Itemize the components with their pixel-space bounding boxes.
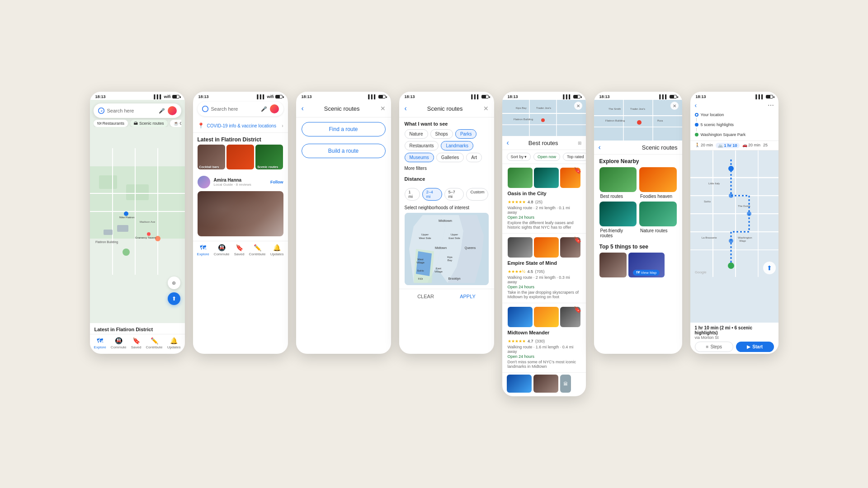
clear-button[interactable]: CLEAR: [417, 294, 434, 299]
steps-button[interactable]: ≡ Steps: [695, 342, 734, 352]
route-desc-1: Explore the different leafy oases and hi…: [508, 221, 580, 230]
explore-icon: 🗺: [97, 337, 103, 344]
back-button-4[interactable]: ‹: [405, 104, 407, 113]
chip-coffee[interactable]: ☕ Coffee: [170, 120, 181, 127]
navigate-fab[interactable]: ⬆: [168, 292, 180, 305]
chip-art[interactable]: Art: [466, 153, 482, 162]
chip-scenic[interactable]: 🏔 Scenic routes: [130, 120, 168, 127]
chip-parks[interactable]: Parks: [455, 129, 477, 139]
nav-saved-2[interactable]: 🔖 Saved: [234, 244, 245, 256]
time-1: 18:13: [95, 94, 106, 99]
svg-point-76: [728, 263, 734, 269]
nav-commute[interactable]: 🚇 Commute: [111, 337, 127, 349]
svg-point-74: [747, 211, 751, 216]
nav-explore[interactable]: 🗺 Explore: [94, 337, 106, 349]
wifi-icon-1: wifi: [164, 94, 171, 99]
nav-contribute-2[interactable]: ✏️ Contribute: [249, 244, 266, 256]
covid-banner[interactable]: 📍 COVID-19 info & vaccine locations ›: [193, 119, 288, 133]
save-icon-2[interactable]: 🔖: [574, 236, 581, 244]
nearby-card-foodies[interactable]: Foodies heaven: [639, 167, 677, 199]
neighborhood-map[interactable]: Midtown Upper West Side Upper East Side …: [405, 213, 489, 285]
status-icons-6: ▌▌▌: [659, 94, 676, 99]
location-button[interactable]: ⊕: [168, 277, 180, 289]
nav-contribute[interactable]: ✏️ Contribute: [146, 337, 163, 349]
more-button[interactable]: ⋯: [768, 102, 774, 109]
google-logo: [98, 108, 104, 114]
nearby-card-nature[interactable]: Nature routes: [639, 202, 677, 238]
more-filters-label[interactable]: More filters: [399, 164, 494, 173]
save-icon-1[interactable]: 🔖: [574, 167, 581, 174]
dist-custom[interactable]: Custom: [466, 188, 488, 201]
close-button-3[interactable]: ✕: [380, 105, 386, 112]
back-button-5[interactable]: ‹: [507, 139, 509, 147]
chip-restaurants-f[interactable]: Restaurants: [405, 141, 439, 150]
rating-3: 4.7: [528, 339, 533, 343]
avatar-2[interactable]: [270, 104, 279, 113]
start-button[interactable]: ▶ Start: [736, 342, 774, 352]
nav-header: ‹ ⋯: [690, 100, 778, 109]
bike-time[interactable]: 🚲 1 hr 10: [716, 143, 740, 148]
close-button-4[interactable]: ✕: [483, 105, 489, 112]
nearby-card-best[interactable]: Best routes: [599, 167, 637, 199]
nav-updates[interactable]: 🔔 Updates: [167, 337, 181, 349]
back-button-6[interactable]: ‹: [599, 143, 601, 151]
avatar-1[interactable]: [168, 106, 177, 115]
svg-text:Midtown: Midtown: [439, 219, 452, 223]
back-button-3[interactable]: ‹: [302, 104, 304, 113]
save-icon-3[interactable]: 🔖: [574, 306, 581, 313]
mic-icon-1[interactable]: 🎤: [159, 108, 165, 114]
user-sub: Local Guide · 8 reviews: [214, 183, 267, 187]
route-name-1: Oasis in the City: [508, 191, 580, 196]
battery-2: [275, 95, 283, 99]
route-photos-2: [508, 237, 580, 258]
nav-commute-2[interactable]: 🚇 Commute: [214, 244, 230, 256]
nav-saved[interactable]: 🔖 Saved: [131, 337, 142, 349]
route-photo-3a: [508, 307, 533, 327]
chip-shops[interactable]: Shops: [430, 129, 453, 139]
map-svg: Flatiron Building Madison Ave Nike Flati…: [90, 100, 185, 323]
search-bar-1[interactable]: Search here 🎤: [94, 103, 181, 118]
dist-5-7mi[interactable]: 5–7 mi: [444, 188, 464, 201]
chip-museums[interactable]: Museums: [405, 153, 434, 162]
dist-1mi[interactable]: 1 mi: [405, 188, 420, 201]
photo-scenic[interactable]: Scenic routes: [255, 145, 283, 169]
car-time[interactable]: 🚗 20 min: [742, 143, 761, 148]
route-points-panel: Your location 5 scenic highlights Washin…: [690, 109, 778, 141]
build-route-button[interactable]: Build a route: [302, 144, 386, 158]
photo-label-1: Cocktail bars: [199, 165, 219, 169]
routes-map-thumb: Kips Bay Trader Joe's Flatiron Building …: [502, 100, 586, 136]
sort-by-chip[interactable]: Sort by ▾: [507, 153, 531, 161]
chip-galleries[interactable]: Galleries: [436, 153, 464, 162]
top-rated-chip[interactable]: Top rated: [563, 153, 585, 161]
bottom-nav-1: 🗺 Explore 🚇 Commute 🔖 Saved ✏️ Contribut…: [90, 334, 185, 354]
close-button-6[interactable]: ✕: [670, 102, 679, 110]
svg-text:Village: Village: [434, 270, 443, 273]
back-nav-button[interactable]: ‹: [695, 102, 697, 109]
signal-icon-2: ▌▌▌: [257, 94, 265, 99]
chip-restaurants[interactable]: 🍽 Restaurants: [94, 120, 128, 127]
svg-text:Madison Ave: Madison Ave: [140, 221, 156, 223]
svg-point-15: [124, 211, 128, 216]
chip-landmarks[interactable]: Landmarks: [441, 141, 473, 150]
nearby-card-petfriendly[interactable]: Pet-friendly routes: [599, 202, 637, 238]
nav-explore-2[interactable]: 🗺 Explore: [197, 244, 209, 256]
photo-middle[interactable]: [226, 145, 254, 169]
thing-photo-1[interactable]: [599, 253, 627, 277]
nearby-photo-nature: [639, 202, 677, 226]
view-map-button[interactable]: 🗺 View Map: [633, 270, 660, 276]
thing-photo-2[interactable]: 🗺 View Map: [628, 253, 665, 277]
find-route-button[interactable]: Find a route: [302, 122, 386, 136]
follow-button[interactable]: Follow: [270, 180, 283, 184]
close-button-5[interactable]: ✕: [574, 102, 582, 110]
chip-nature[interactable]: Nature: [405, 129, 428, 139]
open-now-chip[interactable]: Open now: [533, 153, 560, 161]
search-bar-2[interactable]: Search here 🎤: [198, 102, 283, 116]
nav-updates-2[interactable]: 🔔 Updates: [270, 244, 284, 256]
apply-button[interactable]: APPLY: [460, 294, 476, 299]
dist-2-4mi[interactable]: 2–4 mi: [422, 188, 442, 201]
walk-time[interactable]: 🚶 20 min: [695, 143, 713, 148]
distance-section: Distance: [399, 173, 494, 186]
mic-icon-2[interactable]: 🎤: [261, 106, 267, 112]
grid-icon[interactable]: ⊞: [578, 141, 581, 145]
photo-cocktail[interactable]: Cocktail bars: [198, 145, 225, 169]
